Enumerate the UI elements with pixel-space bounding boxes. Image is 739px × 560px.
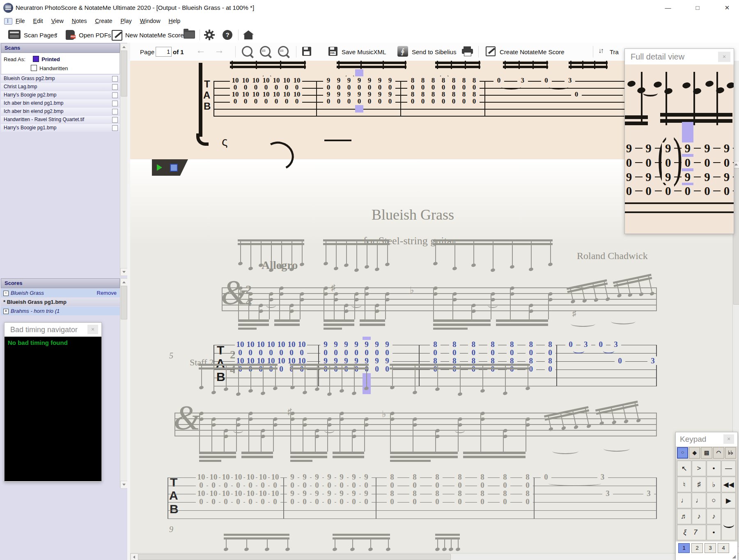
menu-help[interactable]: Help [169, 18, 181, 24]
double-flat-tab[interactable]: ♭♭ [725, 447, 736, 459]
scan-file-row[interactable]: Harry's Boogie pg2.bmp [1, 91, 120, 99]
menu-view[interactable]: View [51, 18, 64, 24]
stem [304, 61, 305, 69]
pointer-icon[interactable]: ↖ [677, 461, 691, 476]
whole-note-icon[interactable]: ○ [707, 493, 721, 508]
note-head [289, 267, 294, 272]
bad-timing-close-icon[interactable]: × [87, 325, 98, 334]
minimize-button[interactable]: — [659, 2, 677, 14]
scores-scrollbar[interactable] [120, 278, 127, 488]
sixteenth-note-icon[interactable]: ♬ [677, 509, 691, 524]
scan-file-checkbox[interactable] [112, 84, 118, 90]
fermata-tab[interactable]: ◠ [713, 447, 724, 459]
menu-notes[interactable]: Notes [72, 18, 87, 24]
tenuto-icon[interactable]: — [721, 461, 736, 476]
scan-file-row[interactable]: Handwritten - Ravel String Quartet.tif [1, 116, 120, 124]
natural-icon[interactable]: ♮ [677, 477, 691, 492]
next-page-icon[interactable]: → [214, 44, 224, 56]
tab-number: 0 [469, 83, 480, 91]
page-input[interactable] [156, 47, 172, 57]
scan-pages-dropdown[interactable]: ▾ [55, 32, 57, 37]
scan-file-checkbox[interactable] [112, 92, 118, 98]
rewind-icon[interactable]: ◀◀ [721, 477, 736, 492]
remove-score-button[interactable]: Remove [97, 289, 117, 297]
quarter-note-alt-icon[interactable]: ♩ [692, 493, 706, 508]
whole-note-tab[interactable]: ○ [677, 447, 688, 459]
zoom-icon[interactable] [242, 46, 252, 57]
prev-page-icon[interactable]: ← [196, 44, 206, 56]
scan-file-row[interactable]: Harry's Boogie pg1.bmp [1, 124, 120, 132]
scan-file-checkbox[interactable] [112, 101, 118, 106]
save-icon[interactable] [302, 47, 311, 56]
keypad-page-4[interactable]: 4 [718, 543, 729, 553]
sharp-icon[interactable]: ♯ [692, 477, 706, 492]
stem [344, 306, 345, 319]
menu-file[interactable]: File [16, 18, 25, 24]
expand-icon[interactable]: + [3, 309, 9, 314]
open-folder-icon[interactable] [184, 30, 195, 39]
scan-file-checkbox[interactable] [112, 109, 118, 115]
main-hscrollbar[interactable] [130, 553, 739, 560]
stop-icon[interactable] [170, 164, 178, 172]
zoom-in-100-icon[interactable]: 100 [278, 46, 289, 57]
help-icon[interactable]: ? [223, 30, 232, 40]
half-note-tab[interactable]: ◆ [689, 447, 700, 459]
dot-icon[interactable]: • [707, 525, 721, 540]
note-head [390, 411, 395, 416]
eighth-note-alt-icon[interactable]: ♪ [692, 509, 706, 524]
score-row[interactable]: −Blueish GrassRemove [1, 289, 120, 297]
scan-file-row[interactable]: Blueish Grass pg2.bmp [1, 75, 120, 83]
score-row[interactable]: +Brahms - horn trio (1 [1, 307, 120, 315]
save-musicxml-icon[interactable]: XML [328, 47, 337, 56]
settings-gear-icon[interactable] [204, 30, 215, 42]
keypad-page-2[interactable]: 2 [691, 543, 703, 553]
menu-create[interactable]: Create [95, 18, 112, 24]
staff-line [213, 109, 636, 110]
play-note-icon[interactable]: ▶ [721, 493, 736, 508]
scans-scrollbar[interactable] [120, 43, 127, 275]
flat-icon[interactable]: ♭ [707, 477, 721, 492]
staccato-icon[interactable]: • [707, 461, 721, 476]
scan-file-checkbox[interactable] [112, 76, 118, 82]
quarter-note-icon[interactable]: ♩ [677, 493, 691, 508]
scan-file-row[interactable]: Christ Lag.bmp [1, 83, 120, 91]
play-icon[interactable] [157, 164, 162, 171]
transpose-button[interactable]: Tra [610, 48, 619, 55]
keypad-page-3[interactable]: 3 [705, 543, 716, 553]
scan-pages-button[interactable]: Scan Pages [24, 32, 57, 39]
keypad-resize-handle[interactable]: ◢ [732, 554, 736, 559]
tab-number: 0 [545, 365, 555, 373]
scan-file-row[interactable]: Ich aber bin elend pg1.bmp [1, 99, 120, 107]
score-row[interactable]: * Blueish Grass pg1.bmp [1, 298, 120, 306]
scan-file-checkbox[interactable] [112, 125, 118, 131]
full-detail-close-icon[interactable]: × [718, 52, 730, 62]
maximize-button[interactable]: □ [688, 2, 707, 14]
save-musicxml-button[interactable]: Save MusicXML [342, 48, 386, 55]
tie-icon[interactable] [721, 509, 736, 540]
menu-window[interactable]: Window [140, 18, 161, 24]
printed-checkbox[interactable]: Printed [33, 55, 60, 62]
stem [300, 295, 301, 319]
splitter[interactable] [127, 43, 134, 560]
eighth-note-icon[interactable]: ♪ [707, 509, 721, 524]
open-pdfs-button[interactable]: Open PDFs [79, 32, 111, 39]
create-notateme-button[interactable]: Create NotateMe Score [500, 48, 565, 55]
rests-icon[interactable]: ξ 7 [677, 525, 706, 540]
send-to-sibelius-button[interactable]: Send to Sibelius [412, 48, 456, 55]
scan-file-checkbox[interactable] [112, 117, 118, 123]
tab-number: 0 [541, 76, 552, 84]
menu-edit[interactable]: Edit [33, 18, 43, 24]
menu-play[interactable]: Play [120, 18, 131, 24]
accent-icon[interactable]: > [692, 461, 706, 476]
zoom-out-100-icon[interactable]: 100 [260, 46, 271, 57]
keypad-page-1[interactable]: 1 [678, 543, 690, 553]
keypad-close-icon[interactable]: × [723, 434, 734, 444]
scan-file-row[interactable]: Ich aber bin elend pg2.bmp [1, 108, 120, 115]
close-button[interactable]: ✕ [718, 2, 737, 14]
handwritten-checkbox[interactable]: Handwritten [31, 64, 117, 72]
new-notateme-button[interactable]: New NotateMe Score [125, 32, 184, 39]
collapse-icon[interactable]: − [3, 291, 9, 296]
stem [465, 61, 466, 69]
beam-tab[interactable]: ▤ [701, 447, 712, 459]
tab-number: 8 [459, 90, 469, 98]
